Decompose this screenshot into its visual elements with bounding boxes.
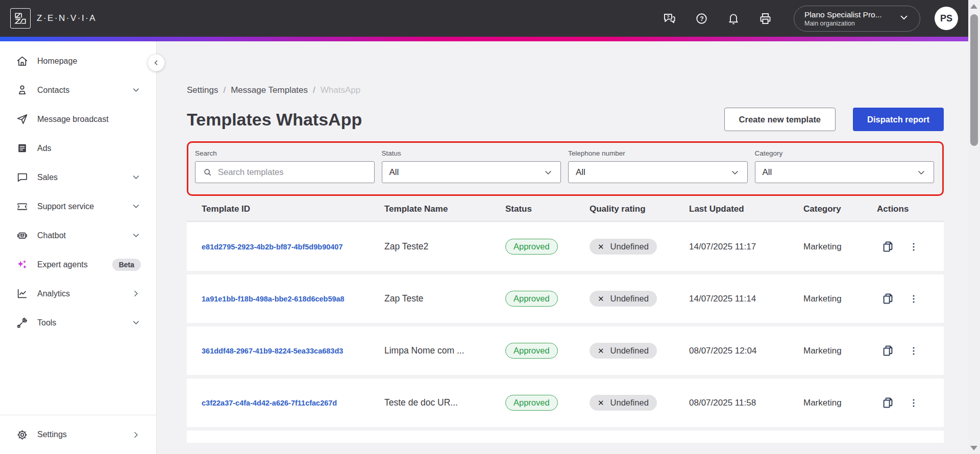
telephone-value: All: [576, 167, 585, 178]
status-badge: Approved: [505, 343, 558, 359]
sidebar-item-label: Homepage: [37, 57, 77, 66]
brand-text: Z·E·N·V·I·A: [37, 13, 96, 23]
category-select[interactable]: All: [755, 161, 935, 183]
status-value: All: [389, 167, 399, 178]
sidebar-item-message-broadcast[interactable]: Message broadcast: [0, 105, 156, 134]
search-input[interactable]: [218, 167, 367, 177]
notifications-bell-icon[interactable]: [727, 12, 740, 25]
scroll-down-arrow-icon[interactable]: [970, 446, 977, 450]
zenvia-logo-icon: [10, 8, 31, 29]
sidebar-item-label: Chatbot: [37, 231, 66, 240]
sidebar-item-support-service[interactable]: Support service: [0, 192, 156, 221]
printer-icon[interactable]: [758, 12, 772, 26]
sidebar-item-label: Analytics: [37, 289, 70, 298]
sidebar-item-analytics[interactable]: Analytics: [0, 279, 156, 308]
sidebar-item-contacts[interactable]: Contacts: [0, 75, 156, 105]
category-text: Marketing: [803, 294, 877, 304]
quality-rating-text: Undefined: [610, 294, 649, 304]
user-avatar[interactable]: PS: [935, 7, 958, 30]
sidebar-item-tools[interactable]: Tools: [0, 308, 156, 337]
chevron-down-icon: [131, 318, 141, 327]
home-icon: [15, 55, 29, 67]
last-updated-text: 08/07/2025 12:04: [689, 346, 803, 356]
sidebar-item-settings[interactable]: Settings: [0, 415, 156, 454]
support-chat-icon[interactable]: ?: [663, 12, 676, 26]
organization-selector[interactable]: Plano Specialist Pro... Main organizatio…: [794, 6, 920, 32]
top-bar: Z·E·N·V·I·A ? ?: [0, 0, 968, 37]
quality-rating-badge: ✕ Undefined: [590, 239, 657, 255]
table-row: 361ddf48-2967-41b9-8224-5ea33ca683d3 Lim…: [187, 326, 944, 375]
template-id-link[interactable]: 361ddf48-2967-41b9-8224-5ea33ca683d3: [202, 347, 343, 355]
ticket-icon: [15, 200, 29, 213]
status-badge: Approved: [505, 291, 558, 307]
create-new-template-button[interactable]: Create new template: [724, 108, 836, 131]
chevron-down-icon: [131, 231, 141, 240]
paper-plane-icon: [15, 113, 29, 125]
sidebar-item-label: Settings: [37, 430, 67, 439]
sidebar-item-label: Sales: [37, 173, 58, 182]
status-select[interactable]: All: [382, 161, 561, 183]
copy-icon[interactable]: [881, 240, 895, 254]
scroll-up-arrow-icon[interactable]: [970, 4, 977, 9]
vertical-scrollbar[interactable]: [968, 0, 980, 454]
last-updated-text: 14/07/2025 11:14: [689, 294, 803, 304]
beta-badge: Beta: [112, 259, 141, 271]
column-actions: Actions: [877, 204, 944, 214]
sidebar: HomepageContactsMessage broadcastAdsSale…: [0, 41, 157, 454]
sidebar-item-homepage[interactable]: Homepage: [0, 46, 156, 75]
copy-icon[interactable]: [881, 396, 895, 410]
kebab-menu-icon[interactable]: [908, 397, 919, 409]
status-badge: Approved: [505, 395, 558, 411]
breadcrumb-whatsapp: WhatsApp: [321, 85, 360, 95]
column-status: Status: [505, 204, 590, 214]
quality-rating-text: Undefined: [610, 242, 649, 251]
x-icon: ✕: [598, 242, 604, 251]
breadcrumb-separator: /: [313, 85, 315, 95]
column-category: Category: [803, 204, 877, 214]
template-id-link[interactable]: 1a91e1bb-f18b-498a-bbe2-618d6ceb59a8: [202, 295, 345, 303]
kebab-menu-icon[interactable]: [908, 241, 919, 253]
table-header: Template ID Template Name Status Quality…: [187, 196, 944, 221]
quality-rating-text: Undefined: [610, 398, 649, 408]
analytics-icon: [15, 287, 29, 300]
svg-text:?: ?: [667, 13, 670, 19]
chevron-right-icon: [131, 289, 141, 298]
brand-gradient-bar: [0, 37, 968, 41]
filter-category: Category All: [755, 149, 935, 183]
template-id-link[interactable]: c3f22a37-c4fa-4d42-a626-7f11cfac267d: [202, 399, 337, 407]
last-updated-text: 08/07/2025 11:58: [689, 398, 803, 408]
table-row-partial: [187, 431, 944, 443]
sidebar-item-expert-agents[interactable]: Expert agentsBeta: [0, 250, 156, 279]
copy-icon[interactable]: [881, 292, 895, 306]
help-icon[interactable]: ?: [695, 12, 708, 26]
breadcrumb-settings[interactable]: Settings: [187, 85, 218, 95]
quality-rating-badge: ✕ Undefined: [590, 343, 657, 359]
kebab-menu-icon[interactable]: [908, 345, 919, 357]
sidebar-item-sales[interactable]: Sales: [0, 163, 156, 192]
chevron-right-icon: [131, 430, 141, 440]
template-id-link[interactable]: e81d2795-2923-4b2b-bf87-4bf5d9b90407: [202, 243, 342, 251]
template-name-text: Limpa Nome com ...: [384, 345, 505, 356]
ads-icon: [15, 142, 29, 155]
quality-rating-text: Undefined: [610, 346, 649, 356]
tools-icon: [15, 316, 29, 329]
red-annotation-box: Search Status All Telephone n: [187, 141, 944, 196]
table-row: c3f22a37-c4fa-4d42-a626-7f11cfac267d Tes…: [187, 379, 944, 427]
contacts-icon: [15, 84, 29, 96]
category-text: Marketing: [803, 398, 877, 408]
sidebar-item-chatbot[interactable]: Chatbot: [0, 221, 156, 250]
category-text: Marketing: [803, 346, 877, 356]
column-quality-rating: Quality rating: [590, 204, 689, 214]
telephone-select[interactable]: All: [568, 161, 748, 183]
breadcrumb-message-templates[interactable]: Message Templates: [231, 85, 308, 95]
gear-icon: [15, 428, 29, 441]
template-name-text: Teste de doc UR...: [384, 397, 505, 408]
copy-icon[interactable]: [881, 344, 895, 358]
scrollbar-thumb[interactable]: [970, 14, 978, 146]
chevron-down-icon: [916, 167, 926, 178]
dispatch-report-button[interactable]: Dispatch report: [853, 108, 944, 131]
sidebar-item-ads[interactable]: Ads: [0, 134, 156, 163]
sidebar-collapse-button[interactable]: [148, 54, 165, 71]
robot-icon: [15, 229, 29, 242]
kebab-menu-icon[interactable]: [908, 293, 919, 305]
